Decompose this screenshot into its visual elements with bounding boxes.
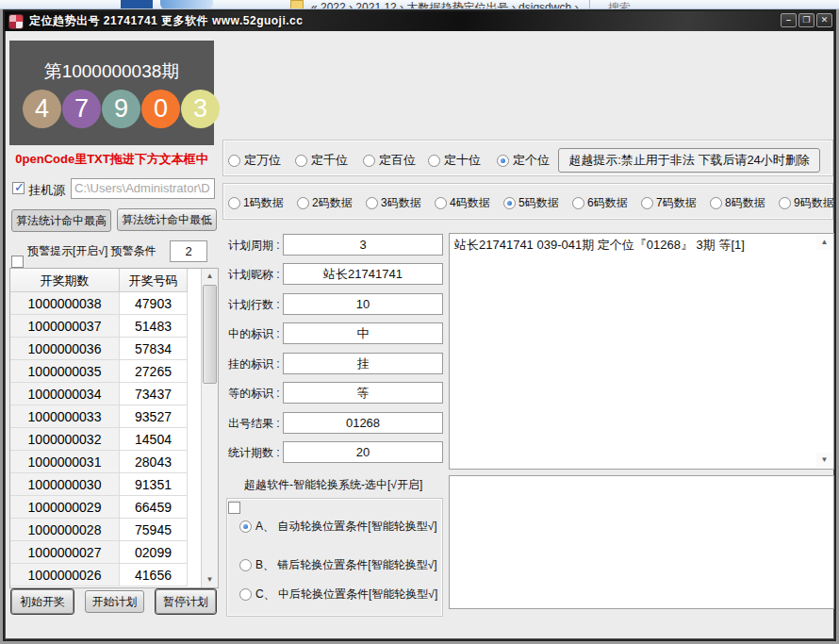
table-scrollbar[interactable]: ▲ ▼	[201, 269, 218, 587]
radio-circle[interactable]	[435, 197, 447, 209]
app-icon	[9, 15, 23, 28]
table-cell[interactable]: 1000000035	[10, 360, 120, 383]
radio-wan[interactable]: 定万位	[228, 152, 281, 169]
radio-5ma[interactable]: 5码数据	[503, 195, 559, 211]
table-cell[interactable]: 1000000034	[10, 383, 120, 405]
close-button[interactable]: ✕	[816, 13, 832, 27]
algo-lowest-button[interactable]: 算法统计命中最低	[117, 208, 217, 231]
radio-shi[interactable]: 定十位	[428, 152, 481, 169]
table-cell[interactable]: 1000000026	[10, 564, 120, 586]
radio-circle[interactable]	[239, 520, 252, 533]
minimize-button[interactable]: –	[781, 13, 797, 27]
radio-circle[interactable]	[228, 197, 240, 209]
radio-circle[interactable]	[710, 197, 722, 209]
radio-circle[interactable]	[228, 155, 240, 167]
table-cell[interactable]: 02099	[120, 541, 188, 564]
source-path-field[interactable]: C:\Users\Administrator\D	[71, 178, 215, 199]
field-label: 统计期数 :	[228, 445, 280, 461]
radio-circle[interactable]	[497, 155, 509, 167]
radio-4ma[interactable]: 4码数据	[435, 195, 490, 211]
radio-rotation-a[interactable]: A、 自动轮换位置条件[智能轮换型√]	[239, 519, 437, 535]
init-draw-button[interactable]: 初始开奖	[11, 589, 74, 614]
radio-rotation-c[interactable]: C、 中后轮换位置条件[智能轮换型√]	[239, 586, 437, 603]
miss-mark-field[interactable]: 挂	[283, 353, 443, 374]
plan-cycle-field[interactable]: 3	[283, 234, 443, 256]
radio-circle[interactable]	[239, 559, 252, 571]
radio-circle[interactable]	[572, 197, 584, 209]
radio-bai[interactable]: 定百位	[363, 152, 416, 169]
field-label: 挂的标识 :	[228, 356, 280, 372]
stat-periods-field[interactable]: 20	[283, 441, 443, 463]
folder-icon	[290, 0, 304, 9]
radio-circle[interactable]	[295, 155, 307, 167]
table-cell[interactable]: 1000000027	[10, 541, 120, 564]
scroll-up-icon[interactable]: ▲	[202, 269, 218, 284]
table-cell[interactable]: 57834	[120, 338, 188, 360]
table-cell[interactable]: 27265	[120, 360, 188, 383]
table-cell[interactable]: 1000000031	[10, 451, 120, 473]
scrollbar-thumb[interactable]	[203, 285, 217, 384]
radio-circle[interactable]	[366, 197, 378, 209]
radio-circle[interactable]	[503, 197, 516, 209]
scroll-up-icon[interactable]: ▲	[816, 235, 832, 250]
search-input[interactable]: 搜索	[608, 0, 631, 9]
radio-2ma[interactable]: 2码数据	[297, 195, 353, 211]
radio-circle[interactable]	[428, 155, 440, 167]
table-cell[interactable]: 91351	[120, 473, 188, 496]
table-cell[interactable]: 1000000038	[10, 292, 120, 315]
plan-output-textarea[interactable]: 站长21741741 039-041期 定个位『01268』 3期 等[1] ▲…	[449, 233, 834, 470]
radio-3ma[interactable]: 3码数据	[366, 195, 421, 211]
algo-highest-button[interactable]: 算法统计命中最高	[11, 209, 111, 232]
radio-7ma[interactable]: 7码数据	[641, 195, 697, 211]
plan-nickname-field[interactable]: 站长21741741	[283, 263, 443, 285]
table-cell[interactable]: 73437	[120, 383, 188, 405]
titlebar[interactable]: 定位趋势出号 21741741 更多软件 www.52guoji.cc	[5, 11, 834, 31]
radio-circle[interactable]	[641, 197, 653, 209]
table-cell[interactable]: 93527	[120, 405, 188, 428]
radio-9ma[interactable]: 9码数据	[779, 195, 834, 211]
radio-8ma[interactable]: 8码数据	[710, 195, 765, 211]
table-cell[interactable]: 14504	[120, 428, 188, 451]
breadcrumb[interactable]: « 2022 › 2021.12 › 大数据趋势定位出号 › dsjqsdwch…	[311, 0, 578, 9]
radio-circle[interactable]	[363, 155, 375, 167]
table-cell[interactable]: 1000000032	[10, 428, 120, 451]
alert-checkbox[interactable]	[11, 256, 24, 268]
legal-warning-button[interactable]: 超越提示:禁止用于非法 下载后请24小时删除	[558, 148, 820, 173]
radio-1ma[interactable]: 1码数据	[228, 195, 284, 211]
table-cell[interactable]: 1000000033	[10, 405, 120, 428]
hit-mark-field[interactable]: 中	[283, 322, 443, 344]
scroll-down-icon[interactable]: ▼	[816, 453, 832, 468]
table-cell[interactable]: 1000000028	[10, 519, 120, 541]
radio-ge[interactable]: 定个位	[497, 152, 550, 169]
table-cell[interactable]: 41656	[120, 564, 188, 586]
column-header[interactable]: 开奖号码	[120, 269, 188, 292]
radio-circle[interactable]	[297, 197, 309, 209]
table-cell[interactable]: 1000000029	[10, 496, 120, 519]
plan-rows-field[interactable]: 10	[283, 293, 443, 315]
scroll-down-icon[interactable]: ▼	[202, 572, 218, 587]
wait-mark-field[interactable]: 等	[283, 382, 443, 404]
table-cell[interactable]: 66459	[120, 496, 188, 519]
ball-digit: 3	[181, 90, 220, 128]
start-plan-button[interactable]: 开始计划	[85, 590, 144, 613]
radio-rotation-b[interactable]: B、 错后轮换位置条件[智能轮换型√]	[239, 557, 437, 573]
table-cell[interactable]: 1000000030	[10, 473, 120, 496]
table-cell[interactable]: 1000000036	[10, 338, 120, 360]
radio-circle[interactable]	[239, 588, 252, 601]
maximize-button[interactable]: ❐	[798, 13, 814, 27]
radio-6ma[interactable]: 6码数据	[572, 195, 628, 211]
result-number-field[interactable]: 01268	[283, 412, 443, 434]
radio-circle[interactable]	[779, 197, 791, 209]
radio-qian[interactable]: 定千位	[295, 152, 348, 169]
alert-condition-field[interactable]: 2	[170, 240, 207, 262]
table-cell[interactable]: 28043	[120, 451, 188, 473]
table-cell[interactable]: 1000000037	[10, 315, 120, 338]
log-output-box[interactable]	[449, 475, 834, 609]
column-header[interactable]: 开奖期数	[10, 269, 120, 292]
background-explorer-strip: « 2022 › 2021.12 › 大数据趋势定位出号 › dsjqsdwch…	[0, 0, 839, 9]
table-cell[interactable]: 51483	[120, 315, 188, 338]
hang-source-checkbox[interactable]	[12, 182, 25, 194]
table-cell[interactable]: 47903	[120, 292, 188, 315]
table-cell[interactable]: 75945	[120, 519, 188, 541]
pause-plan-button[interactable]: 暂停计划	[156, 589, 216, 614]
